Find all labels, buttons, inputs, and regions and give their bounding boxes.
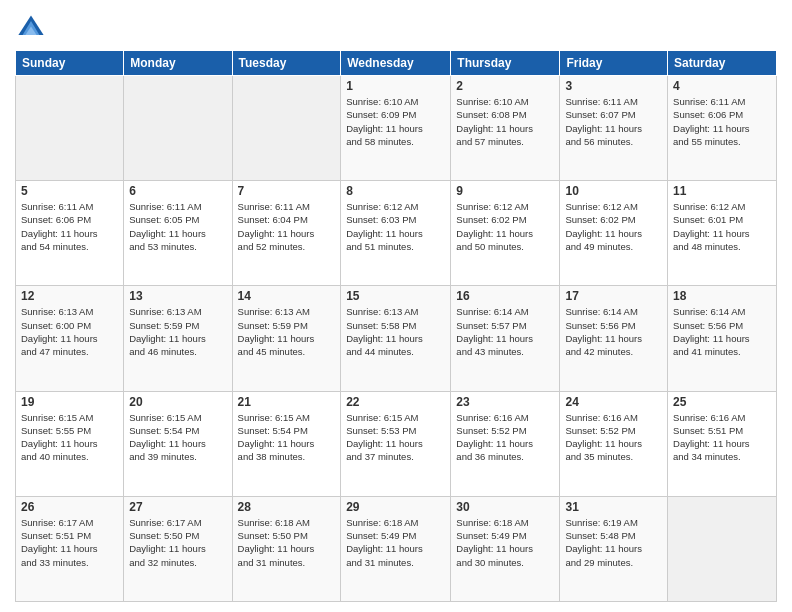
day-info: Sunrise: 6:12 AMSunset: 6:03 PMDaylight:…: [346, 200, 445, 253]
day-info: Sunrise: 6:11 AMSunset: 6:07 PMDaylight:…: [565, 95, 662, 148]
page: SundayMondayTuesdayWednesdayThursdayFrid…: [0, 0, 792, 612]
day-info: Sunrise: 6:16 AMSunset: 5:52 PMDaylight:…: [456, 411, 554, 464]
day-info: Sunrise: 6:13 AMSunset: 6:00 PMDaylight:…: [21, 305, 118, 358]
day-number: 23: [456, 395, 554, 409]
calendar-body: 1Sunrise: 6:10 AMSunset: 6:09 PMDaylight…: [16, 76, 777, 602]
day-number: 7: [238, 184, 336, 198]
day-number: 30: [456, 500, 554, 514]
day-number: 13: [129, 289, 226, 303]
calendar-week-3: 12Sunrise: 6:13 AMSunset: 6:00 PMDayligh…: [16, 286, 777, 391]
day-number: 21: [238, 395, 336, 409]
day-number: 10: [565, 184, 662, 198]
calendar-cell: 20Sunrise: 6:15 AMSunset: 5:54 PMDayligh…: [124, 391, 232, 496]
day-info: Sunrise: 6:17 AMSunset: 5:51 PMDaylight:…: [21, 516, 118, 569]
day-number: 22: [346, 395, 445, 409]
calendar-week-4: 19Sunrise: 6:15 AMSunset: 5:55 PMDayligh…: [16, 391, 777, 496]
day-number: 9: [456, 184, 554, 198]
calendar-cell: 21Sunrise: 6:15 AMSunset: 5:54 PMDayligh…: [232, 391, 341, 496]
day-info: Sunrise: 6:16 AMSunset: 5:51 PMDaylight:…: [673, 411, 771, 464]
weekday-header-thursday: Thursday: [451, 51, 560, 76]
calendar-cell: 18Sunrise: 6:14 AMSunset: 5:56 PMDayligh…: [668, 286, 777, 391]
weekday-header-saturday: Saturday: [668, 51, 777, 76]
calendar-cell: 2Sunrise: 6:10 AMSunset: 6:08 PMDaylight…: [451, 76, 560, 181]
day-info: Sunrise: 6:15 AMSunset: 5:54 PMDaylight:…: [238, 411, 336, 464]
day-number: 1: [346, 79, 445, 93]
day-info: Sunrise: 6:11 AMSunset: 6:06 PMDaylight:…: [21, 200, 118, 253]
day-number: 16: [456, 289, 554, 303]
day-number: 5: [21, 184, 118, 198]
day-number: 11: [673, 184, 771, 198]
day-number: 3: [565, 79, 662, 93]
calendar-cell: [668, 496, 777, 601]
calendar-cell: 30Sunrise: 6:18 AMSunset: 5:49 PMDayligh…: [451, 496, 560, 601]
day-number: 15: [346, 289, 445, 303]
calendar-week-1: 1Sunrise: 6:10 AMSunset: 6:09 PMDaylight…: [16, 76, 777, 181]
calendar-cell: 16Sunrise: 6:14 AMSunset: 5:57 PMDayligh…: [451, 286, 560, 391]
day-info: Sunrise: 6:15 AMSunset: 5:55 PMDaylight:…: [21, 411, 118, 464]
day-info: Sunrise: 6:15 AMSunset: 5:53 PMDaylight:…: [346, 411, 445, 464]
day-number: 28: [238, 500, 336, 514]
day-number: 26: [21, 500, 118, 514]
calendar-cell: 7Sunrise: 6:11 AMSunset: 6:04 PMDaylight…: [232, 181, 341, 286]
day-info: Sunrise: 6:14 AMSunset: 5:57 PMDaylight:…: [456, 305, 554, 358]
calendar-cell: 4Sunrise: 6:11 AMSunset: 6:06 PMDaylight…: [668, 76, 777, 181]
day-number: 19: [21, 395, 118, 409]
calendar-cell: 11Sunrise: 6:12 AMSunset: 6:01 PMDayligh…: [668, 181, 777, 286]
day-number: 6: [129, 184, 226, 198]
calendar-cell: [124, 76, 232, 181]
calendar: SundayMondayTuesdayWednesdayThursdayFrid…: [15, 50, 777, 602]
day-number: 24: [565, 395, 662, 409]
day-number: 29: [346, 500, 445, 514]
calendar-cell: [232, 76, 341, 181]
calendar-cell: 22Sunrise: 6:15 AMSunset: 5:53 PMDayligh…: [341, 391, 451, 496]
day-info: Sunrise: 6:15 AMSunset: 5:54 PMDaylight:…: [129, 411, 226, 464]
day-info: Sunrise: 6:13 AMSunset: 5:59 PMDaylight:…: [238, 305, 336, 358]
calendar-cell: 28Sunrise: 6:18 AMSunset: 5:50 PMDayligh…: [232, 496, 341, 601]
calendar-cell: 12Sunrise: 6:13 AMSunset: 6:00 PMDayligh…: [16, 286, 124, 391]
day-info: Sunrise: 6:18 AMSunset: 5:49 PMDaylight:…: [346, 516, 445, 569]
calendar-cell: 8Sunrise: 6:12 AMSunset: 6:03 PMDaylight…: [341, 181, 451, 286]
weekday-header-friday: Friday: [560, 51, 668, 76]
day-info: Sunrise: 6:14 AMSunset: 5:56 PMDaylight:…: [565, 305, 662, 358]
calendar-cell: [16, 76, 124, 181]
day-number: 14: [238, 289, 336, 303]
header: [15, 10, 777, 42]
day-info: Sunrise: 6:16 AMSunset: 5:52 PMDaylight:…: [565, 411, 662, 464]
calendar-week-2: 5Sunrise: 6:11 AMSunset: 6:06 PMDaylight…: [16, 181, 777, 286]
day-info: Sunrise: 6:12 AMSunset: 6:02 PMDaylight:…: [456, 200, 554, 253]
calendar-cell: 23Sunrise: 6:16 AMSunset: 5:52 PMDayligh…: [451, 391, 560, 496]
day-info: Sunrise: 6:18 AMSunset: 5:49 PMDaylight:…: [456, 516, 554, 569]
calendar-cell: 14Sunrise: 6:13 AMSunset: 5:59 PMDayligh…: [232, 286, 341, 391]
weekday-header-sunday: Sunday: [16, 51, 124, 76]
day-number: 20: [129, 395, 226, 409]
logo: [15, 14, 49, 42]
weekday-header-wednesday: Wednesday: [341, 51, 451, 76]
logo-icon: [17, 14, 45, 42]
day-number: 12: [21, 289, 118, 303]
calendar-cell: 24Sunrise: 6:16 AMSunset: 5:52 PMDayligh…: [560, 391, 668, 496]
calendar-cell: 15Sunrise: 6:13 AMSunset: 5:58 PMDayligh…: [341, 286, 451, 391]
day-number: 17: [565, 289, 662, 303]
calendar-cell: 1Sunrise: 6:10 AMSunset: 6:09 PMDaylight…: [341, 76, 451, 181]
calendar-cell: 31Sunrise: 6:19 AMSunset: 5:48 PMDayligh…: [560, 496, 668, 601]
calendar-cell: 26Sunrise: 6:17 AMSunset: 5:51 PMDayligh…: [16, 496, 124, 601]
day-number: 2: [456, 79, 554, 93]
weekday-header-monday: Monday: [124, 51, 232, 76]
day-info: Sunrise: 6:17 AMSunset: 5:50 PMDaylight:…: [129, 516, 226, 569]
day-number: 18: [673, 289, 771, 303]
day-info: Sunrise: 6:12 AMSunset: 6:01 PMDaylight:…: [673, 200, 771, 253]
calendar-header: SundayMondayTuesdayWednesdayThursdayFrid…: [16, 51, 777, 76]
day-number: 4: [673, 79, 771, 93]
calendar-cell: 6Sunrise: 6:11 AMSunset: 6:05 PMDaylight…: [124, 181, 232, 286]
weekday-row: SundayMondayTuesdayWednesdayThursdayFrid…: [16, 51, 777, 76]
day-info: Sunrise: 6:19 AMSunset: 5:48 PMDaylight:…: [565, 516, 662, 569]
weekday-header-tuesday: Tuesday: [232, 51, 341, 76]
day-info: Sunrise: 6:13 AMSunset: 5:58 PMDaylight:…: [346, 305, 445, 358]
day-number: 27: [129, 500, 226, 514]
day-number: 25: [673, 395, 771, 409]
day-info: Sunrise: 6:10 AMSunset: 6:09 PMDaylight:…: [346, 95, 445, 148]
day-info: Sunrise: 6:13 AMSunset: 5:59 PMDaylight:…: [129, 305, 226, 358]
calendar-cell: 9Sunrise: 6:12 AMSunset: 6:02 PMDaylight…: [451, 181, 560, 286]
calendar-cell: 10Sunrise: 6:12 AMSunset: 6:02 PMDayligh…: [560, 181, 668, 286]
calendar-cell: 3Sunrise: 6:11 AMSunset: 6:07 PMDaylight…: [560, 76, 668, 181]
